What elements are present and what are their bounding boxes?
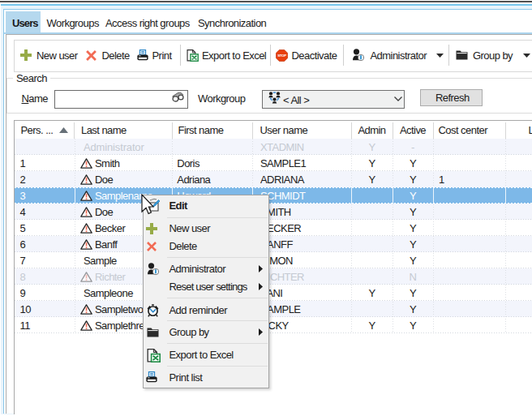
svg-text:STOP: STOP bbox=[277, 54, 286, 58]
